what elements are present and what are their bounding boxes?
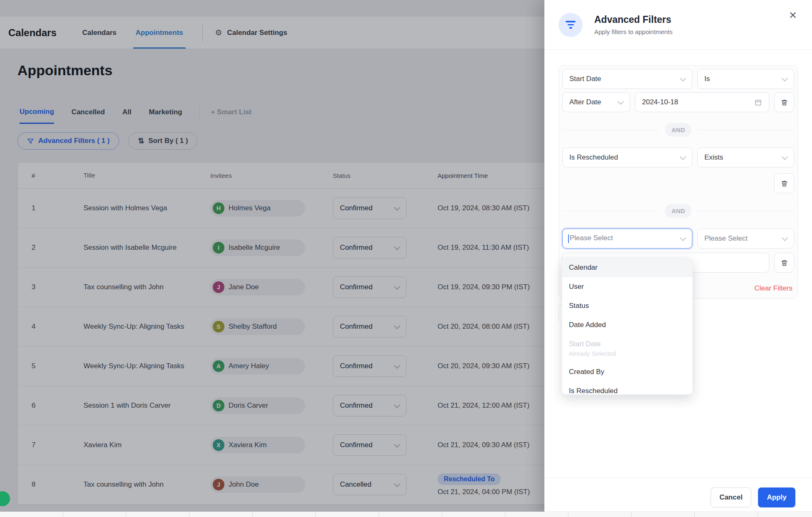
- chevron-down-icon: [618, 98, 624, 105]
- filter1-operator-value: Is: [704, 75, 710, 83]
- and-separator: AND: [562, 123, 794, 137]
- drawer-subtitle: Apply filters to appointments: [594, 28, 672, 35]
- trash-icon[interactable]: [774, 92, 794, 112]
- filter3-operator-select[interactable]: Please Select: [697, 229, 794, 249]
- and-separator: AND: [562, 204, 794, 218]
- filter1-operator-select[interactable]: Is: [697, 69, 794, 89]
- trash-icon[interactable]: [774, 173, 794, 193]
- advanced-filters-drawer: Advanced Filters Apply filters to appoin…: [544, 0, 812, 517]
- dropdown-option-label: Start Date: [569, 340, 686, 348]
- filter2-field-select[interactable]: Is Rescheduled: [562, 148, 692, 167]
- filter3-field-placeholder: Please Select: [570, 234, 613, 242]
- filter3-operator-placeholder: Please Select: [704, 234, 748, 243]
- calendar-icon: [754, 98, 762, 106]
- filter1-range-select[interactable]: After Date: [562, 92, 630, 112]
- horizontal-scrollbar[interactable]: [0, 512, 812, 517]
- text-cursor: [568, 234, 569, 243]
- close-icon[interactable]: ✕: [786, 9, 800, 22]
- and-label: AND: [665, 123, 692, 137]
- cancel-button[interactable]: Cancel: [711, 487, 751, 507]
- screen: Calendars Calendars Appointments ⚙ Calen…: [0, 0, 812, 517]
- chevron-down-icon: [782, 235, 788, 241]
- clear-filters-link[interactable]: Clear Filters: [754, 284, 792, 292]
- dropdown-option-created-by[interactable]: Created By: [562, 362, 692, 382]
- dropdown-option-user[interactable]: User: [562, 277, 692, 296]
- chevron-down-icon: [680, 154, 687, 160]
- dropdown-option-status[interactable]: Status: [562, 296, 692, 315]
- filter1-field-select[interactable]: Start Date: [562, 69, 692, 89]
- dropdown-option-date-added[interactable]: Date Added: [562, 315, 692, 335]
- trash-icon[interactable]: [774, 253, 794, 273]
- filter2-operator-value: Exists: [704, 153, 723, 162]
- chevron-down-icon: [782, 75, 788, 82]
- field-dropdown-menu: Calendar User Status Date Added Start Da…: [562, 258, 693, 395]
- apply-button[interactable]: Apply: [758, 487, 795, 507]
- filter1-date-input[interactable]: 2024-10-18: [635, 92, 769, 112]
- drawer-header: Advanced Filters Apply filters to appoin…: [544, 0, 812, 50]
- filter2-field-value: Is Rescheduled: [569, 153, 618, 162]
- filter1-range-value: After Date: [569, 98, 601, 106]
- drawer-footer: Cancel Apply: [544, 478, 812, 517]
- filter-lines-icon: [559, 13, 583, 37]
- filter3-field-select[interactable]: Please Select: [562, 229, 692, 249]
- chevron-down-icon: [680, 75, 687, 82]
- dropdown-option-is-rescheduled[interactable]: Is Rescheduled: [562, 382, 692, 395]
- filter1-field-value: Start Date: [569, 75, 601, 83]
- filter2-operator-select[interactable]: Exists: [697, 148, 794, 167]
- chevron-down-icon: [680, 235, 687, 241]
- already-selected-note: Already Selected: [569, 350, 686, 357]
- and-label: AND: [665, 204, 692, 218]
- dropdown-option-calendar[interactable]: Calendar: [562, 258, 692, 277]
- drawer-title: Advanced Filters: [594, 14, 672, 25]
- dropdown-option-start-date: Start Date Already Selected: [562, 335, 692, 362]
- chevron-down-icon: [782, 154, 788, 160]
- filter1-date-value: 2024-10-18: [642, 98, 678, 106]
